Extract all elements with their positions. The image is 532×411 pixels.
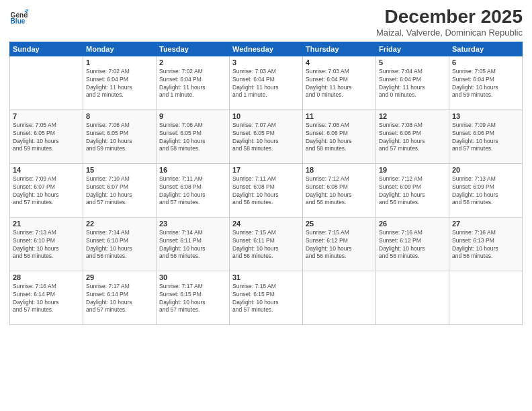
day-info: Sunrise: 7:12 AM Sunset: 6:09 PM Dayligh… bbox=[379, 175, 446, 208]
day-info: Sunrise: 7:05 AM Sunset: 6:05 PM Dayligh… bbox=[13, 122, 80, 154]
day-info: Sunrise: 7:15 AM Sunset: 6:12 PM Dayligh… bbox=[306, 229, 373, 261]
day-info: Sunrise: 7:16 AM Sunset: 6:13 PM Dayligh… bbox=[452, 229, 519, 261]
day-info: Sunrise: 7:14 AM Sunset: 6:11 PM Dayligh… bbox=[159, 229, 226, 261]
calendar-cell: 14Sunrise: 7:09 AM Sunset: 6:07 PM Dayli… bbox=[10, 163, 83, 217]
calendar-page: General Blue December 2025 Maizal, Valve… bbox=[0, 0, 532, 411]
logo-icon: General Blue bbox=[9, 7, 28, 26]
week-row-3: 14Sunrise: 7:09 AM Sunset: 6:07 PM Dayli… bbox=[10, 163, 523, 217]
day-info: Sunrise: 7:09 AM Sunset: 6:07 PM Dayligh… bbox=[13, 175, 80, 208]
calendar-cell: 6Sunrise: 7:05 AM Sunset: 6:04 PM Daylig… bbox=[449, 56, 523, 109]
calendar-cell bbox=[449, 271, 523, 324]
calendar-cell: 13Sunrise: 7:09 AM Sunset: 6:06 PM Dayli… bbox=[449, 109, 523, 163]
day-info: Sunrise: 7:18 AM Sunset: 6:15 PM Dayligh… bbox=[232, 283, 300, 315]
day-number: 9 bbox=[159, 112, 226, 120]
calendar-cell: 28Sunrise: 7:16 AM Sunset: 6:14 PM Dayli… bbox=[10, 271, 83, 324]
title-block: December 2025 Maizal, Valverde, Dominica… bbox=[376, 7, 523, 38]
day-number: 6 bbox=[452, 58, 519, 66]
calendar-cell: 11Sunrise: 7:08 AM Sunset: 6:06 PM Dayli… bbox=[303, 109, 376, 163]
weekday-header-row: SundayMondayTuesdayWednesdayThursdayFrid… bbox=[10, 42, 523, 56]
day-info: Sunrise: 7:07 AM Sunset: 6:05 PM Dayligh… bbox=[232, 122, 300, 154]
day-number: 8 bbox=[86, 112, 153, 120]
day-number: 20 bbox=[452, 166, 519, 174]
calendar-cell: 12Sunrise: 7:08 AM Sunset: 6:06 PM Dayli… bbox=[376, 109, 449, 163]
day-number: 26 bbox=[379, 220, 446, 228]
day-number: 24 bbox=[232, 220, 300, 228]
calendar-cell: 10Sunrise: 7:07 AM Sunset: 6:05 PM Dayli… bbox=[230, 109, 303, 163]
day-number: 19 bbox=[379, 166, 446, 174]
day-number: 25 bbox=[306, 220, 373, 228]
weekday-header-friday: Friday bbox=[376, 42, 449, 56]
day-number: 21 bbox=[13, 220, 80, 228]
weekday-header-wednesday: Wednesday bbox=[230, 42, 303, 56]
calendar-cell: 19Sunrise: 7:12 AM Sunset: 6:09 PM Dayli… bbox=[376, 163, 449, 217]
day-number: 3 bbox=[232, 58, 300, 66]
day-info: Sunrise: 7:03 AM Sunset: 6:04 PM Dayligh… bbox=[232, 68, 300, 100]
calendar-cell: 25Sunrise: 7:15 AM Sunset: 6:12 PM Dayli… bbox=[303, 217, 376, 271]
calendar-cell: 23Sunrise: 7:14 AM Sunset: 6:11 PM Dayli… bbox=[157, 217, 230, 271]
calendar-cell: 31Sunrise: 7:18 AM Sunset: 6:15 PM Dayli… bbox=[230, 271, 303, 324]
day-number: 31 bbox=[232, 273, 300, 281]
day-number: 7 bbox=[13, 112, 80, 120]
week-row-2: 7Sunrise: 7:05 AM Sunset: 6:05 PM Daylig… bbox=[10, 109, 523, 163]
calendar-cell: 1Sunrise: 7:02 AM Sunset: 6:04 PM Daylig… bbox=[83, 56, 157, 109]
day-number: 27 bbox=[452, 220, 519, 228]
day-info: Sunrise: 7:06 AM Sunset: 6:05 PM Dayligh… bbox=[159, 122, 226, 154]
calendar-cell: 26Sunrise: 7:16 AM Sunset: 6:12 PM Dayli… bbox=[376, 217, 449, 271]
day-number: 22 bbox=[86, 220, 153, 228]
calendar-cell: 7Sunrise: 7:05 AM Sunset: 6:05 PM Daylig… bbox=[10, 109, 83, 163]
day-number: 28 bbox=[13, 273, 80, 281]
calendar-cell: 9Sunrise: 7:06 AM Sunset: 6:05 PM Daylig… bbox=[157, 109, 230, 163]
day-info: Sunrise: 7:08 AM Sunset: 6:06 PM Dayligh… bbox=[306, 122, 373, 154]
day-number: 23 bbox=[159, 220, 226, 228]
day-number: 1 bbox=[86, 58, 153, 66]
month-title: December 2025 bbox=[376, 7, 523, 28]
day-number: 10 bbox=[232, 112, 300, 120]
day-number: 12 bbox=[379, 112, 446, 120]
weekday-header-monday: Monday bbox=[83, 42, 157, 56]
week-row-5: 28Sunrise: 7:16 AM Sunset: 6:14 PM Dayli… bbox=[10, 271, 523, 324]
day-number: 4 bbox=[306, 58, 373, 66]
svg-text:Blue: Blue bbox=[11, 17, 26, 25]
weekday-header-sunday: Sunday bbox=[10, 42, 83, 56]
week-row-4: 21Sunrise: 7:13 AM Sunset: 6:10 PM Dayli… bbox=[10, 217, 523, 271]
day-number: 11 bbox=[306, 112, 373, 120]
calendar-cell: 27Sunrise: 7:16 AM Sunset: 6:13 PM Dayli… bbox=[449, 217, 523, 271]
day-number: 29 bbox=[86, 273, 153, 281]
day-info: Sunrise: 7:02 AM Sunset: 6:04 PM Dayligh… bbox=[159, 68, 226, 100]
calendar-cell: 17Sunrise: 7:11 AM Sunset: 6:08 PM Dayli… bbox=[230, 163, 303, 217]
day-info: Sunrise: 7:04 AM Sunset: 6:04 PM Dayligh… bbox=[379, 68, 446, 100]
location-subtitle: Maizal, Valverde, Dominican Republic bbox=[376, 28, 523, 38]
calendar-cell: 4Sunrise: 7:03 AM Sunset: 6:04 PM Daylig… bbox=[303, 56, 376, 109]
day-info: Sunrise: 7:05 AM Sunset: 6:04 PM Dayligh… bbox=[452, 68, 519, 100]
day-info: Sunrise: 7:16 AM Sunset: 6:12 PM Dayligh… bbox=[379, 229, 446, 261]
calendar-cell: 5Sunrise: 7:04 AM Sunset: 6:04 PM Daylig… bbox=[376, 56, 449, 109]
calendar-cell: 24Sunrise: 7:15 AM Sunset: 6:11 PM Dayli… bbox=[230, 217, 303, 271]
day-info: Sunrise: 7:08 AM Sunset: 6:06 PM Dayligh… bbox=[379, 122, 446, 154]
day-info: Sunrise: 7:17 AM Sunset: 6:15 PM Dayligh… bbox=[159, 283, 226, 315]
day-number: 13 bbox=[452, 112, 519, 120]
weekday-header-saturday: Saturday bbox=[449, 42, 523, 56]
day-number: 5 bbox=[379, 58, 446, 66]
calendar-cell: 15Sunrise: 7:10 AM Sunset: 6:07 PM Dayli… bbox=[83, 163, 157, 217]
day-number: 17 bbox=[232, 166, 300, 174]
calendar-cell bbox=[303, 271, 376, 324]
weekday-header-thursday: Thursday bbox=[303, 42, 376, 56]
calendar-cell bbox=[10, 56, 83, 109]
calendar-cell: 20Sunrise: 7:13 AM Sunset: 6:09 PM Dayli… bbox=[449, 163, 523, 217]
day-number: 30 bbox=[159, 273, 226, 281]
calendar-cell bbox=[376, 271, 449, 324]
day-number: 15 bbox=[86, 166, 153, 174]
week-row-1: 1Sunrise: 7:02 AM Sunset: 6:04 PM Daylig… bbox=[10, 56, 523, 109]
calendar-cell: 29Sunrise: 7:17 AM Sunset: 6:14 PM Dayli… bbox=[83, 271, 157, 324]
calendar-cell: 2Sunrise: 7:02 AM Sunset: 6:04 PM Daylig… bbox=[157, 56, 230, 109]
day-info: Sunrise: 7:11 AM Sunset: 6:08 PM Dayligh… bbox=[232, 175, 300, 208]
day-info: Sunrise: 7:17 AM Sunset: 6:14 PM Dayligh… bbox=[86, 283, 153, 315]
day-number: 16 bbox=[159, 166, 226, 174]
day-info: Sunrise: 7:02 AM Sunset: 6:04 PM Dayligh… bbox=[86, 68, 153, 100]
day-info: Sunrise: 7:15 AM Sunset: 6:11 PM Dayligh… bbox=[232, 229, 300, 261]
logo: General Blue bbox=[9, 7, 28, 26]
calendar-cell: 3Sunrise: 7:03 AM Sunset: 6:04 PM Daylig… bbox=[230, 56, 303, 109]
weekday-header-tuesday: Tuesday bbox=[157, 42, 230, 56]
calendar-cell: 16Sunrise: 7:11 AM Sunset: 6:08 PM Dayli… bbox=[157, 163, 230, 217]
day-info: Sunrise: 7:13 AM Sunset: 6:09 PM Dayligh… bbox=[452, 175, 519, 208]
